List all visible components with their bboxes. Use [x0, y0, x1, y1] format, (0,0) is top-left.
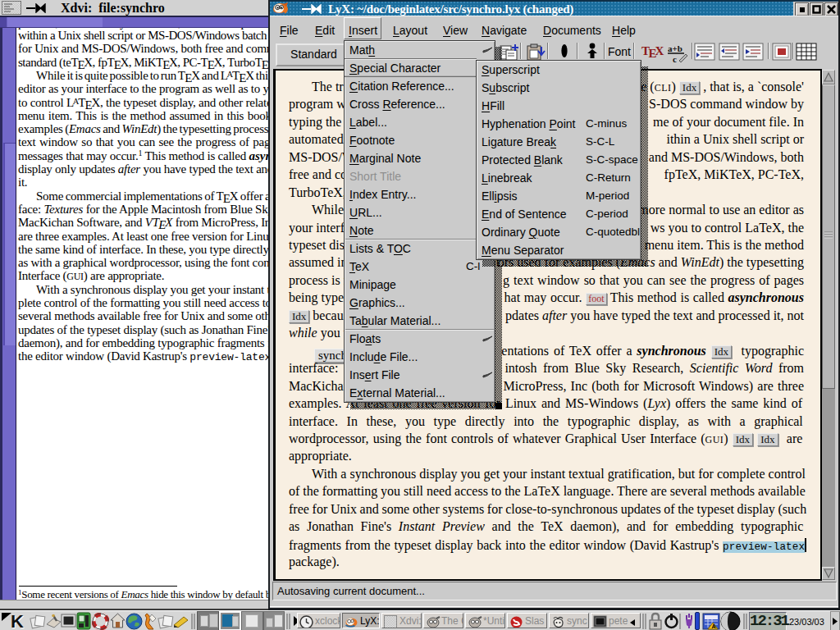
svg-text:a+b: a+b	[668, 43, 682, 53]
svg-text:A: A	[712, 623, 716, 629]
svg-text:c: c	[673, 54, 677, 64]
